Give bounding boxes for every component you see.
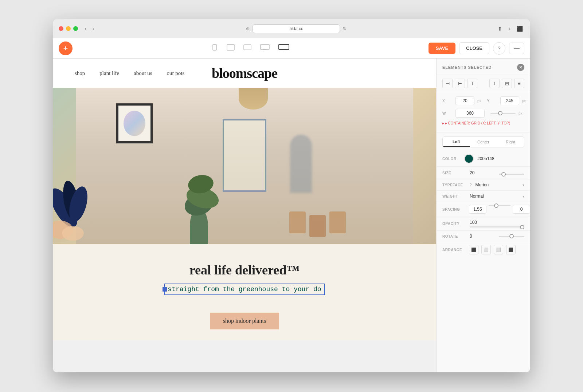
right-panel: ELEMENTS SELECTED ✕ ⊣ ⊢ ⊤ ⊥ ⊞ ≡ X px bbox=[436, 59, 530, 372]
size-label: SIZE bbox=[442, 171, 466, 175]
typeface-chevron-icon: ▾ bbox=[523, 183, 524, 187]
opacity-row: OPACITY 100 bbox=[437, 217, 530, 231]
spacing-input-1[interactable] bbox=[469, 205, 486, 214]
canvas-area[interactable]: shop plant life about us our pots blooms… bbox=[53, 59, 436, 372]
shop-button[interactable]: shop indoor plants bbox=[210, 313, 279, 329]
weight-select[interactable]: Normal Bold Light bbox=[470, 194, 521, 199]
send-backward-button[interactable]: ⬜ bbox=[494, 245, 503, 254]
rotate-row: ROTATE 0 bbox=[437, 231, 530, 242]
site-logo: bloomscape bbox=[212, 65, 277, 81]
w-unit: px bbox=[519, 111, 524, 115]
color-hex: #005148 bbox=[477, 156, 494, 161]
mobile-viewport[interactable] bbox=[225, 43, 236, 54]
tablet-icon bbox=[243, 44, 251, 51]
opacity-value: 100 bbox=[470, 220, 524, 225]
container-info: ▸ ▸ CONTAINER: GRID (X: LEFT, Y: TOP) bbox=[442, 121, 524, 125]
align-right-tab[interactable]: Right bbox=[497, 137, 524, 147]
site-preview: shop plant life about us our pots blooms… bbox=[53, 59, 436, 340]
close-traffic-light[interactable] bbox=[59, 26, 63, 31]
panel-header: ELEMENTS SELECTED ✕ bbox=[437, 59, 530, 75]
position-section: X px Y px W px ▸ ▸ CONTAINER: bbox=[437, 92, 530, 133]
browser-window: ‹ › ⊕ tilda.cc ↻ ⬆ + ⬛ + bbox=[53, 19, 530, 372]
spacing-row: SPACING bbox=[437, 202, 530, 217]
color-label: COLOR bbox=[442, 157, 461, 161]
spacing-input-2[interactable] bbox=[513, 205, 530, 214]
rotate-value: 0 bbox=[470, 234, 495, 239]
minimize-traffic-light[interactable] bbox=[66, 26, 71, 31]
tablet-viewport[interactable] bbox=[242, 43, 253, 54]
hero-image-inner bbox=[76, 88, 413, 244]
titlebar-center: ⊕ tilda.cc ↻ bbox=[97, 24, 496, 33]
nav-link-shop[interactable]: shop bbox=[75, 70, 85, 76]
url-bar[interactable]: tilda.cc bbox=[253, 24, 340, 33]
mobile-small-viewport[interactable] bbox=[210, 43, 219, 54]
add-element-button[interactable]: + bbox=[59, 41, 73, 55]
new-tab-button[interactable]: + bbox=[506, 24, 512, 33]
bring-to-front-button[interactable]: ⬛ bbox=[469, 245, 478, 254]
container-arrow: ▸ bbox=[442, 121, 444, 125]
typeface-help-icon[interactable]: ? bbox=[470, 183, 472, 187]
svg-rect-6 bbox=[279, 44, 289, 50]
tablet-portrait-icon bbox=[227, 44, 235, 51]
hero-image bbox=[53, 88, 436, 244]
opacity-label: OPACITY bbox=[442, 222, 466, 226]
svg-rect-1 bbox=[227, 44, 234, 50]
titlebar-actions: ⬆ + ⬛ bbox=[496, 24, 524, 33]
svg-rect-2 bbox=[244, 45, 251, 50]
y-input[interactable] bbox=[500, 96, 519, 105]
typeface-select-wrap: Morion ▾ bbox=[476, 182, 524, 187]
rotate-slider[interactable] bbox=[499, 236, 524, 237]
x-input[interactable] bbox=[455, 96, 474, 105]
weight-select-wrap: Normal Bold Light ▾ bbox=[470, 194, 524, 199]
tagline-section: real life delivered™ straight from the g… bbox=[53, 244, 436, 340]
editor-toolbar: + SAVE CLOSE ? — bbox=[53, 38, 530, 59]
distribute-bottom-button[interactable]: ≡ bbox=[514, 79, 524, 88]
monitor-small-icon bbox=[260, 44, 270, 51]
nav-link-plant-life[interactable]: plant life bbox=[99, 70, 119, 76]
traffic-lights bbox=[59, 26, 78, 31]
tabs-button[interactable]: ⬛ bbox=[515, 24, 524, 33]
nav-link-our-pots[interactable]: our pots bbox=[167, 70, 185, 76]
w-input[interactable] bbox=[455, 109, 485, 118]
forward-button[interactable]: › bbox=[90, 25, 96, 33]
save-button[interactable]: SAVE bbox=[429, 43, 455, 54]
nav-link-about-us[interactable]: about us bbox=[134, 70, 152, 76]
opacity-slider[interactable] bbox=[470, 226, 524, 227]
align-right-button[interactable]: ⊤ bbox=[467, 79, 477, 88]
back-button[interactable]: ‹ bbox=[82, 25, 89, 33]
position-row: X px Y px bbox=[442, 96, 524, 105]
send-to-back-button[interactable]: ⬛ bbox=[506, 245, 516, 254]
typeface-label: TYPEFACE bbox=[442, 183, 466, 187]
site-nav-links: shop plant life about us our pots bbox=[75, 70, 184, 76]
weight-label: WEIGHT bbox=[442, 194, 466, 198]
panel-close-button[interactable]: ✕ bbox=[517, 64, 524, 71]
opacity-slider-wrap: 100 bbox=[470, 220, 524, 227]
close-button[interactable]: CLOSE bbox=[459, 42, 489, 54]
align-left-button[interactable]: ⊣ bbox=[442, 79, 453, 88]
w-slider[interactable] bbox=[490, 113, 516, 114]
distribute-top-button[interactable]: ⊥ bbox=[489, 79, 500, 88]
align-center-tab[interactable]: Center bbox=[470, 137, 497, 147]
share-button[interactable]: ⬆ bbox=[496, 24, 504, 33]
desktop-viewport[interactable] bbox=[277, 43, 291, 54]
typeface-row: TYPEFACE ? Morion ▾ bbox=[437, 179, 530, 191]
weight-row: WEIGHT Normal Bold Light ▾ bbox=[437, 191, 530, 202]
toolbar-right: SAVE CLOSE ? — bbox=[429, 42, 524, 55]
tagline-subtitle[interactable]: straight from the greenhouse to your do bbox=[164, 284, 325, 295]
desktop-small-viewport[interactable] bbox=[259, 43, 271, 54]
titlebar: ‹ › ⊕ tilda.cc ↻ ⬆ + ⬛ bbox=[53, 19, 530, 38]
size-slider[interactable] bbox=[499, 174, 524, 175]
align-center-h-button[interactable]: ⊢ bbox=[455, 79, 465, 88]
main-area: shop plant life about us our pots blooms… bbox=[53, 59, 530, 372]
spacing-slider-1[interactable] bbox=[489, 205, 510, 206]
y-label: Y bbox=[487, 99, 497, 103]
maximize-traffic-light[interactable] bbox=[73, 26, 78, 31]
bring-forward-button[interactable]: ⬜ bbox=[481, 245, 491, 254]
align-left-tab[interactable]: Left bbox=[443, 137, 470, 147]
color-swatch[interactable] bbox=[464, 154, 474, 163]
help-button[interactable]: ? bbox=[493, 42, 505, 55]
typeface-select[interactable]: Morion bbox=[476, 182, 521, 187]
site-nav: shop plant life about us our pots blooms… bbox=[53, 59, 436, 88]
more-options-button[interactable]: — bbox=[509, 43, 524, 54]
distribute-center-v-button[interactable]: ⊞ bbox=[502, 79, 512, 88]
